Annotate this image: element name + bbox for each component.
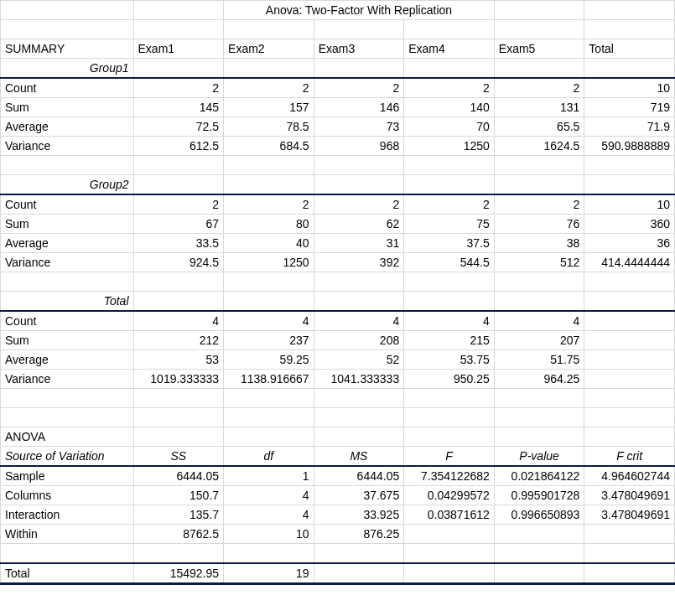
cell: 53	[133, 350, 224, 370]
cell: 52	[314, 350, 404, 370]
cell: 360	[584, 215, 675, 234]
cell: 73	[314, 117, 404, 137]
cell: 4	[224, 311, 314, 331]
cell: 2	[314, 194, 404, 215]
cell: 15492.95	[133, 563, 224, 584]
cell: 37.5	[404, 234, 495, 253]
cell: 71.9	[584, 117, 675, 137]
cell: 157	[224, 98, 314, 117]
anova-col-fcrit: F crit	[584, 447, 675, 467]
cell	[584, 563, 675, 584]
cell: 4	[133, 311, 224, 331]
cell: 4	[224, 486, 314, 505]
group2-average-row: Average 33.5 40 31 37.5 38 36	[1, 234, 675, 253]
cell: 150.7	[133, 486, 224, 505]
cell: 414.4444444	[584, 253, 675, 272]
cell	[494, 525, 584, 544]
cell: 78.5	[224, 117, 314, 137]
cell: 140	[404, 98, 495, 117]
anova-col-ms: MS	[314, 447, 404, 467]
cell	[404, 525, 495, 544]
cell	[584, 311, 675, 331]
cell: 215	[404, 331, 495, 350]
totals-sum-row: Sum 212 237 208 215 207	[1, 331, 675, 350]
cell: 53.75	[404, 350, 495, 370]
cell: 80	[224, 215, 314, 234]
col-exam2: Exam2	[224, 39, 314, 59]
cell: 65.5	[494, 117, 584, 137]
cell: 0.03871612	[404, 505, 495, 525]
col-exam3: Exam3	[314, 39, 404, 59]
anova-row-total: Total 15492.95 19	[1, 563, 675, 584]
group1-average-row: Average 72.5 78.5 73 70 65.5 71.9	[1, 117, 675, 137]
cell: 72.5	[133, 117, 224, 137]
cell: 1041.333333	[314, 370, 404, 389]
cell: 145	[133, 98, 224, 117]
cell	[494, 563, 584, 584]
rowlabel-count: Count	[1, 78, 134, 98]
cell: 3.478049691	[584, 486, 675, 505]
rowlabel-variance: Variance	[1, 253, 134, 272]
anova-col-p: P-value	[494, 447, 584, 467]
cell: 4.964602744	[584, 466, 675, 486]
cell: 19	[224, 563, 314, 584]
cell: 924.5	[133, 253, 224, 272]
rowlabel-variance: Variance	[1, 137, 134, 156]
group1-label: Group1	[1, 59, 134, 79]
cell: 1138.916667	[224, 370, 314, 389]
cell: 590.9888889	[584, 137, 675, 156]
group1-sum-row: Sum 145 157 146 140 131 719	[1, 98, 675, 117]
cell: 4	[404, 311, 495, 331]
anova-col-ss: SS	[133, 447, 224, 467]
totals-average-row: Average 53 59.25 52 53.75 51.75	[1, 350, 675, 370]
cell: 2	[133, 194, 224, 215]
cell: 392	[314, 253, 404, 272]
group2-count-row: Count 2 2 2 2 2 10	[1, 194, 675, 215]
cell: 2	[494, 78, 584, 98]
cell: 0.04299572	[404, 486, 495, 505]
rowlabel-variance: Variance	[1, 370, 134, 389]
cell: 38	[494, 234, 584, 253]
cell: 1019.333333	[133, 370, 224, 389]
group1-variance-row: Variance 612.5 684.5 968 1250 1624.5 590…	[1, 137, 675, 156]
cell: 612.5	[133, 137, 224, 156]
cell: 31	[314, 234, 404, 253]
cell: 0.996650893	[494, 505, 584, 525]
cell: Total	[1, 563, 134, 584]
cell: 212	[133, 331, 224, 350]
col-total: Total	[584, 39, 675, 59]
cell	[404, 563, 495, 584]
cell: 964.25	[494, 370, 584, 389]
cell: 684.5	[224, 137, 314, 156]
cell: Columns	[1, 486, 134, 505]
cell: 512	[494, 253, 584, 272]
cell: 51.75	[494, 350, 584, 370]
cell: 4	[314, 311, 404, 331]
cell: 4	[494, 311, 584, 331]
cell: 950.25	[404, 370, 495, 389]
cell: 2	[494, 194, 584, 215]
cell	[584, 370, 675, 389]
cell: 62	[314, 215, 404, 234]
totals-variance-row: Variance 1019.333333 1138.916667 1041.33…	[1, 370, 675, 389]
anova-col-df: df	[224, 447, 314, 467]
cell: 10	[224, 525, 314, 544]
totals-count-row: Count 4 4 4 4 4	[1, 311, 675, 331]
cell: 7.354122682	[404, 466, 495, 486]
cell: 6444.05	[133, 466, 224, 486]
anova-row-within: Within 8762.5 10 876.25	[1, 525, 675, 544]
cell: 207	[494, 331, 584, 350]
col-exam4: Exam4	[404, 39, 495, 59]
group1-count-row: Count 2 2 2 2 2 10	[1, 78, 675, 98]
cell: 544.5	[404, 253, 495, 272]
cell: 2	[404, 194, 495, 215]
cell: 2	[224, 194, 314, 215]
cell: 67	[133, 215, 224, 234]
anova-row-columns: Columns 150.7 4 37.675 0.04299572 0.9959…	[1, 486, 675, 505]
cell: 0.021864122	[494, 466, 584, 486]
cell	[584, 525, 675, 544]
cell: 10	[584, 78, 675, 98]
anova-output-table: Anova: Two-Factor With Replication SUMMA…	[0, 0, 675, 585]
cell	[314, 563, 404, 584]
cell: 70	[404, 117, 495, 137]
